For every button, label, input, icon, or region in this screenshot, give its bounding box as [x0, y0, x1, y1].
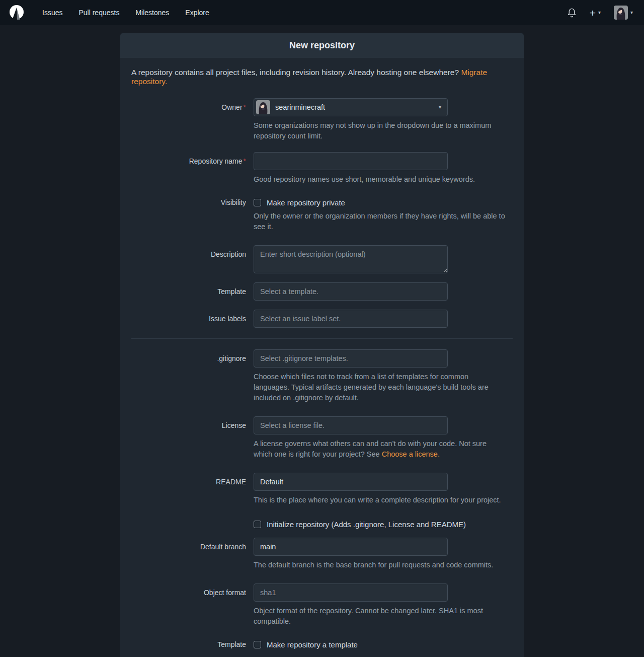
nav-link-pull-requests[interactable]: Pull requests	[71, 5, 126, 21]
object-format-help-text: Object format of the repository. Cannot …	[254, 606, 505, 627]
readme-help-text: This is the place where you can write a …	[254, 495, 505, 505]
choose-a-license-link[interactable]: Choose a license.	[382, 450, 440, 458]
readme-select[interactable]: Default	[254, 473, 448, 491]
private-checkbox-label[interactable]: Make repository private	[267, 198, 345, 207]
owner-row: Owner* searinminecraft	[131, 98, 513, 141]
issue-labels-select[interactable]: Select an issue label set.	[254, 310, 448, 328]
chevron-down-icon: ▾	[598, 10, 601, 15]
nav-link-explore[interactable]: Explore	[178, 5, 216, 21]
template-select-label: Template	[131, 282, 254, 301]
gitignore-placeholder: Select .gitignore templates.	[260, 354, 348, 362]
readme-selected-value: Default	[260, 478, 283, 486]
nav-link-milestones[interactable]: Milestones	[128, 5, 176, 21]
default-branch-row: Default branch The default branch is the…	[131, 538, 513, 570]
default-branch-help-text: The default branch is the base branch fo…	[254, 560, 505, 570]
intro-sentence: A repository contains all project files,…	[131, 68, 461, 77]
description-row: Description	[131, 245, 513, 273]
issue-labels-row: Issue labels Select an issue label set.	[131, 310, 513, 328]
initialize-checkbox-label[interactable]: Initialize repository (Adds .gitignore, …	[267, 520, 466, 529]
private-checkbox[interactable]	[254, 199, 261, 206]
gitignore-row: .gitignore Select .gitignore templates. …	[131, 349, 513, 403]
description-textarea[interactable]	[254, 245, 448, 273]
page-title: New repository	[120, 33, 524, 58]
new-repository-form: A repository contains all project files,…	[120, 58, 524, 657]
repository-name-help-text: Good repository names use short, memorab…	[254, 174, 505, 185]
visibility-help-text: Only the owner or the organization membe…	[254, 211, 505, 232]
gitignore-label: .gitignore	[131, 349, 254, 403]
initialize-row: Initialize repository (Adds .gitignore, …	[131, 520, 513, 529]
license-label: License	[131, 416, 254, 460]
top-navbar: Issues Pull requests Milestones Explore …	[0, 0, 644, 25]
object-format-selected-value: sha1	[260, 589, 276, 597]
license-help-text: A license governs what others can and ca…	[254, 439, 505, 460]
logo-icon	[8, 4, 25, 21]
default-branch-input[interactable]	[254, 538, 448, 556]
user-menu[interactable]: ▾	[610, 3, 637, 23]
site-logo[interactable]	[7, 3, 26, 22]
issue-labels-placeholder: Select an issue label set.	[260, 315, 341, 323]
bell-icon	[567, 8, 577, 18]
template-checkbox[interactable]	[254, 641, 261, 648]
owner-help-text: Some organizations may not show up in th…	[254, 120, 505, 141]
chevron-down-icon: ▾	[630, 10, 633, 15]
initialize-empty-label	[131, 520, 254, 529]
template-flag-row: Template Make repository a template	[131, 640, 513, 649]
repository-name-row: Repository name* Good repository names u…	[131, 152, 513, 185]
required-asterisk: *	[244, 157, 246, 165]
template-select-row: Template Select a template.	[131, 282, 513, 301]
readme-label: README	[131, 473, 254, 505]
chevron-down-icon: ▾	[439, 105, 441, 110]
create-new-menu[interactable]: + ▾	[586, 5, 605, 21]
nav-link-issues[interactable]: Issues	[35, 5, 69, 21]
readme-row: README Default This is the place where y…	[131, 473, 513, 505]
template-checkbox-label[interactable]: Make repository a template	[267, 640, 358, 649]
initialize-checkbox[interactable]	[254, 521, 261, 528]
required-asterisk: *	[244, 103, 246, 111]
intro-text: A repository contains all project files,…	[131, 68, 513, 86]
gitignore-help-text: Choose which files not to track from a l…	[254, 372, 505, 403]
repository-name-label-text: Repository name	[189, 157, 243, 165]
description-label: Description	[131, 245, 254, 273]
user-avatar	[614, 6, 628, 20]
visibility-row: Visibility Make repository private Only …	[131, 198, 513, 232]
plus-icon: +	[590, 8, 596, 18]
object-format-row: Object format sha1 Object format of the …	[131, 583, 513, 627]
repository-name-input[interactable]	[254, 152, 448, 170]
owner-avatar	[256, 100, 270, 114]
object-format-label: Object format	[131, 583, 254, 627]
owner-select[interactable]: searinminecraft ▾	[254, 98, 448, 116]
object-format-select[interactable]: sha1	[254, 583, 448, 602]
license-placeholder: Select a license file.	[260, 421, 325, 429]
navbar-right: + ▾ ▾	[563, 3, 637, 23]
owner-label-text: Owner	[221, 103, 242, 111]
template-select-placeholder: Select a template.	[260, 287, 318, 296]
template-select[interactable]: Select a template.	[254, 282, 448, 301]
section-divider	[131, 338, 513, 339]
template-flag-label: Template	[131, 640, 254, 649]
issue-labels-label: Issue labels	[131, 310, 254, 328]
repository-name-label: Repository name*	[131, 152, 254, 185]
license-row: License Select a license file. A license…	[131, 416, 513, 460]
page-content: New repository A repository contains all…	[0, 25, 644, 657]
visibility-label: Visibility	[131, 198, 254, 232]
gitignore-select[interactable]: Select .gitignore templates.	[254, 349, 448, 368]
license-help-sentence: A license governs what others can and ca…	[254, 440, 487, 458]
new-repository-panel: New repository A repository contains all…	[120, 33, 524, 657]
notifications-button[interactable]	[563, 5, 581, 21]
default-branch-label: Default branch	[131, 538, 254, 570]
owner-label: Owner*	[131, 98, 254, 141]
license-select[interactable]: Select a license file.	[254, 416, 448, 434]
owner-selected-value: searinminecraft	[275, 103, 325, 111]
